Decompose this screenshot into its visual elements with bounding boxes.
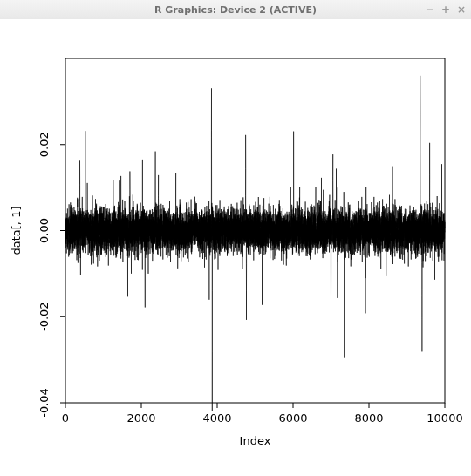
close-button[interactable]: ×	[457, 3, 466, 16]
y-tick-label: 0.00	[38, 218, 51, 243]
x-tick-label: 10000	[427, 411, 462, 425]
window-controls: − + ×	[426, 0, 466, 19]
maximize-button[interactable]: +	[441, 3, 450, 16]
data-series	[65, 76, 445, 411]
window-title: R Graphics: Device 2 (ACTIVE)	[154, 4, 317, 16]
window-titlebar: R Graphics: Device 2 (ACTIVE) − + ×	[0, 0, 471, 20]
x-tick-label: 0	[62, 411, 69, 425]
graphics-window: R Graphics: Device 2 (ACTIVE) − + × 0200…	[0, 0, 471, 476]
x-tick-label: 4000	[202, 411, 231, 425]
x-tick-label: 8000	[354, 411, 383, 425]
plot-svg: 0200040006000800010000-0.04-0.020.000.02…	[0, 19, 471, 476]
x-tick-label: 6000	[278, 411, 307, 425]
x-tick-label: 2000	[126, 411, 155, 425]
minimize-button[interactable]: −	[426, 3, 434, 16]
plot-device: 0200040006000800010000-0.04-0.020.000.02…	[0, 19, 471, 476]
y-axis-label: data[, 1]	[10, 207, 23, 255]
y-tick-label: -0.02	[38, 302, 51, 331]
x-axis-label: Index	[240, 434, 271, 447]
y-tick-label: 0.02	[38, 132, 51, 157]
y-tick-label: -0.04	[38, 388, 51, 418]
